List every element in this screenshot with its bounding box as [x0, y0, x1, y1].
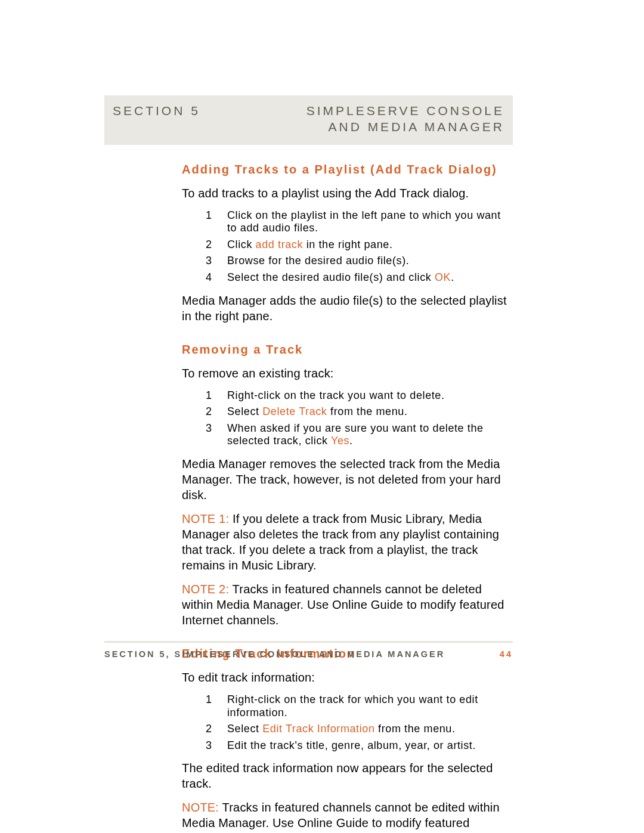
removing-note1: NOTE 1: If you delete a track from Music…: [182, 511, 513, 573]
editing-step-3: Edit the track's title, genre, album, ye…: [206, 739, 513, 753]
heading-removing-track: Removing a Track: [182, 342, 513, 357]
footer-text: SECTION 5, SIMPLESERVE CONSOLE AND MEDIA…: [104, 649, 445, 660]
delete-track-action: Delete Track: [262, 405, 327, 417]
removing-step3-b: .: [349, 435, 353, 447]
adding-steps: Click on the playlist in the left pane t…: [206, 209, 513, 284]
note2-label: NOTE 2:: [182, 583, 229, 596]
adding-step4-a: Select the desired audio file(s) and cli…: [227, 271, 435, 283]
removing-steps: Right-click on the track you want to del…: [206, 389, 513, 448]
editing-steps: Right-click on the track for which you w…: [206, 693, 513, 752]
section-label: SECTION 5: [113, 103, 200, 119]
adding-step-4: Select the desired audio file(s) and cli…: [206, 271, 513, 284]
adding-intro: To add tracks to a playlist using the Ad…: [182, 185, 513, 201]
page-number: 44: [500, 649, 513, 660]
adding-outro: Media Manager adds the audio file(s) to …: [182, 293, 513, 324]
yes-action: Yes: [331, 435, 349, 447]
removing-note2: NOTE 2: Tracks in featured channels cann…: [182, 581, 513, 628]
removing-outro: Media Manager removes the selected track…: [182, 456, 513, 503]
heading-adding-tracks: Adding Tracks to a Playlist (Add Track D…: [182, 162, 513, 177]
editing-step-1: Right-click on the track for which you w…: [206, 693, 513, 719]
removing-step-3: When asked if you are sure you want to d…: [206, 422, 513, 448]
adding-step-1: Click on the playlist in the left pane t…: [206, 209, 513, 235]
note2-text: Tracks in featured channels cannot be de…: [182, 583, 504, 627]
edit-track-info-action: Edit Track Information: [262, 723, 374, 735]
adding-step-3: Browse for the desired audio file(s).: [206, 255, 513, 268]
adding-step4-b: .: [451, 271, 454, 283]
note1-label: NOTE 1:: [182, 512, 229, 525]
removing-step2-b: from the menu.: [327, 405, 407, 417]
editing-step2-b: from the menu.: [375, 723, 456, 735]
section-banner: SECTION 5 SIMPLESERVE CONSOLE AND MEDIA …: [104, 95, 513, 145]
editing-intro: To edit track information:: [182, 670, 513, 685]
removing-step-1: Right-click on the track you want to del…: [206, 389, 513, 402]
add-track-action: add track: [256, 239, 303, 250]
adding-step2-b: in the right pane.: [303, 239, 393, 250]
adding-step-2: Click add track in the right pane.: [206, 239, 513, 252]
section-title-line2: AND MEDIA MANAGER: [306, 119, 504, 135]
editing-note-text: Tracks in featured channels cannot be ed…: [182, 801, 500, 833]
removing-step-2: Select Delete Track from the menu.: [206, 405, 513, 419]
removing-step2-a: Select: [227, 405, 262, 417]
ok-action: OK: [435, 271, 451, 283]
removing-step3-a: When asked if you are sure you want to d…: [227, 422, 484, 447]
adding-step2-a: Click: [227, 239, 256, 250]
editing-step2-a: Select: [227, 723, 262, 735]
page-footer: SECTION 5, SIMPLESERVE CONSOLE AND MEDIA…: [104, 641, 513, 660]
section-title: SIMPLESERVE CONSOLE AND MEDIA MANAGER: [306, 103, 504, 135]
editing-step-2: Select Edit Track Information from the m…: [206, 723, 513, 736]
removing-intro: To remove an existing track:: [182, 366, 513, 381]
section-title-line1: SIMPLESERVE CONSOLE: [306, 103, 504, 119]
note1-text: If you delete a track from Music Library…: [182, 512, 499, 572]
editing-outro: The edited track information now appears…: [182, 760, 513, 791]
editing-note-label: NOTE:: [182, 801, 219, 814]
editing-note: NOTE: Tracks in featured channels cannot…: [182, 800, 513, 833]
